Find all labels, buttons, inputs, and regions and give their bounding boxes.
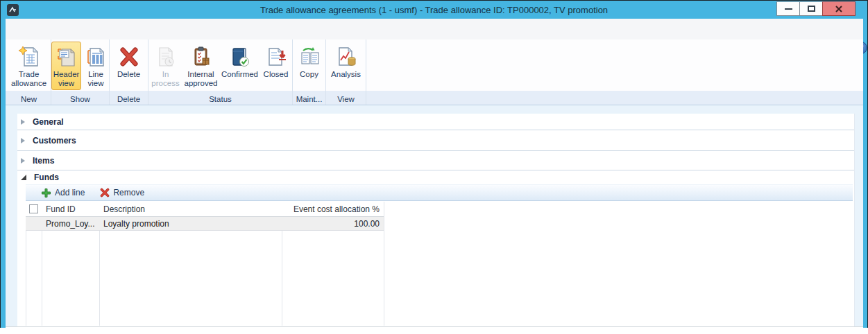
header-view-button[interactable]: Header view bbox=[51, 42, 81, 90]
header-view-label: Header view bbox=[53, 70, 80, 88]
table-row[interactable]: Promo_Loy... Loyalty promotion 100.00 bbox=[26, 217, 384, 231]
analysis-button[interactable]: Analysis bbox=[328, 42, 364, 81]
window-title: Trade allowance agreements (1 - usmf) - … bbox=[1, 1, 867, 19]
line-view-button[interactable]: Line view bbox=[83, 42, 109, 90]
ribbon-group-show: Header view Line view Show bbox=[51, 39, 110, 105]
group-label-new: New bbox=[7, 95, 51, 103]
copy-label: Copy bbox=[300, 70, 318, 79]
ribbon-group-view: Analysis View bbox=[326, 39, 366, 105]
section-funds-label: Funds bbox=[34, 173, 59, 182]
collapsed-triangle-icon bbox=[21, 158, 25, 164]
ribbon-group-maintain: Copy Maint... bbox=[293, 39, 326, 105]
cell-allocation[interactable]: 100.00 bbox=[284, 217, 380, 230]
section-customers-label: Customers bbox=[33, 136, 76, 146]
expanded-triangle-icon bbox=[21, 175, 26, 180]
ribbon-group-delete: Delete Delete bbox=[110, 39, 148, 105]
group-label-delete: Delete bbox=[110, 95, 148, 103]
internal-approved-icon bbox=[189, 44, 213, 70]
remove-x-icon bbox=[100, 188, 110, 197]
internal-approved-label: Internal approved bbox=[185, 70, 218, 88]
menu-tab-row: File Trade allowance agreements ? bbox=[6, 19, 863, 39]
section-general[interactable]: General bbox=[17, 114, 854, 130]
internal-approved-button[interactable]: Internal approved bbox=[183, 42, 219, 90]
confirmed-button[interactable]: Confirmed bbox=[221, 42, 259, 81]
delete-x-icon bbox=[117, 44, 141, 70]
add-plus-icon bbox=[41, 188, 51, 198]
copy-icon bbox=[298, 44, 321, 70]
funds-grid: Fund ID Description Event cost allocatio… bbox=[26, 202, 853, 326]
closed-label: Closed bbox=[264, 70, 289, 79]
app-window: Trade allowance agreements (1 - usmf) - … bbox=[0, 0, 868, 328]
add-line-button[interactable]: Add line bbox=[41, 188, 85, 198]
section-general-label: General bbox=[33, 117, 64, 127]
section-items[interactable]: Items bbox=[17, 151, 854, 170]
closed-icon bbox=[264, 44, 288, 70]
grid-line bbox=[384, 202, 384, 326]
line-view-label: Line view bbox=[84, 70, 108, 88]
copy-button[interactable]: Copy bbox=[295, 42, 324, 81]
grid-header-row: Fund ID Description Event cost allocatio… bbox=[26, 202, 384, 217]
closed-button[interactable]: Closed bbox=[261, 42, 291, 81]
remove-button[interactable]: Remove bbox=[100, 188, 144, 197]
confirmed-icon bbox=[228, 44, 252, 70]
column-header-description[interactable]: Description bbox=[103, 202, 280, 216]
group-label-maintain: Maint... bbox=[293, 95, 325, 103]
funds-toolbar: Add line Remove bbox=[26, 184, 853, 201]
section-items-label: Items bbox=[33, 156, 54, 166]
delete-button[interactable]: Delete bbox=[112, 42, 146, 81]
form-panel: General Customers Items Funds Add line bbox=[17, 114, 855, 326]
window-border-right bbox=[863, 19, 868, 328]
header-view-icon bbox=[55, 44, 78, 70]
minimize-button[interactable] bbox=[776, 1, 800, 16]
column-header-fund-id[interactable]: Fund ID bbox=[46, 202, 98, 216]
title-bar: Trade allowance agreements (1 - usmf) - … bbox=[0, 0, 868, 19]
in-process-button[interactable]: In process bbox=[150, 42, 182, 90]
group-label-status: Status bbox=[148, 95, 292, 103]
cell-description[interactable]: Loyalty promotion bbox=[103, 217, 280, 230]
section-funds[interactable]: Funds bbox=[17, 170, 854, 184]
ribbon-group-status: In process Internal approved Confirmed bbox=[148, 39, 293, 105]
add-line-label: Add line bbox=[55, 188, 85, 197]
cell-fund-id[interactable]: Promo_Loy... bbox=[46, 217, 98, 230]
line-view-icon bbox=[84, 44, 108, 70]
group-label-show: Show bbox=[51, 95, 109, 103]
analysis-icon bbox=[334, 44, 358, 70]
collapsed-triangle-icon bbox=[21, 119, 25, 125]
ribbon-group-new: Trade allowance New bbox=[7, 39, 51, 105]
in-process-label: In process bbox=[151, 70, 180, 88]
analysis-label: Analysis bbox=[331, 70, 361, 79]
select-all-checkbox[interactable] bbox=[29, 204, 38, 213]
confirmed-label: Confirmed bbox=[221, 70, 258, 79]
remove-label: Remove bbox=[113, 188, 144, 197]
delete-label: Delete bbox=[117, 70, 140, 79]
column-header-event-cost-allocation[interactable]: Event cost allocation % bbox=[284, 202, 380, 216]
collapsed-triangle-icon bbox=[21, 138, 25, 143]
group-label-view: View bbox=[326, 95, 366, 103]
maximize-icon bbox=[808, 6, 815, 12]
maximize-button[interactable] bbox=[799, 1, 823, 16]
in-process-icon bbox=[154, 44, 178, 70]
trade-allowance-button[interactable]: Trade allowance bbox=[9, 42, 49, 90]
section-customers[interactable]: Customers bbox=[17, 130, 854, 151]
close-button[interactable] bbox=[822, 1, 856, 16]
trade-allowance-label: Trade allowance bbox=[10, 70, 48, 88]
close-icon bbox=[835, 5, 843, 13]
new-document-icon bbox=[17, 44, 41, 70]
ribbon: Trade allowance New Header view bbox=[6, 39, 863, 105]
form-body: General Customers Items Funds Add line bbox=[6, 105, 863, 327]
window-border-left bbox=[0, 19, 6, 328]
minimize-icon bbox=[785, 8, 792, 10]
